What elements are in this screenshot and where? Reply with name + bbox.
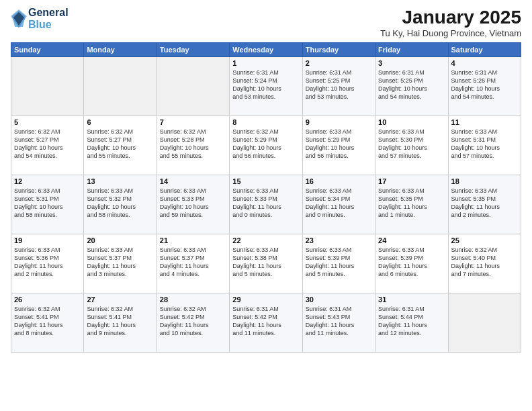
day-number: 31 xyxy=(378,295,445,304)
calendar-day-13: 13Sunrise: 6:33 AM Sunset: 5:32 PM Dayli… xyxy=(84,175,157,234)
calendar-day-7: 7Sunrise: 6:32 AM Sunset: 5:28 PM Daylig… xyxy=(157,116,229,175)
day-info: Sunrise: 6:32 AM Sunset: 5:27 PM Dayligh… xyxy=(14,128,81,161)
calendar-day-20: 20Sunrise: 6:33 AM Sunset: 5:37 PM Dayli… xyxy=(84,234,157,293)
day-info: Sunrise: 6:31 AM Sunset: 5:42 PM Dayligh… xyxy=(232,305,299,338)
day-info: Sunrise: 6:31 AM Sunset: 5:44 PM Dayligh… xyxy=(378,305,445,338)
column-header-sunday: Sunday xyxy=(11,43,84,57)
calendar-day-26: 26Sunrise: 6:32 AM Sunset: 5:41 PM Dayli… xyxy=(11,293,84,353)
day-number: 17 xyxy=(378,177,445,185)
calendar-day-8: 8Sunrise: 6:32 AM Sunset: 5:29 PM Daylig… xyxy=(230,116,302,175)
month-title: January 2025 xyxy=(380,7,521,28)
calendar-day-30: 30Sunrise: 6:31 AM Sunset: 5:43 PM Dayli… xyxy=(302,293,375,353)
calendar-day-4: 4Sunrise: 6:31 AM Sunset: 5:26 PM Daylig… xyxy=(448,57,521,116)
day-number: 3 xyxy=(378,59,445,67)
day-number: 29 xyxy=(232,295,299,304)
column-header-wednesday: Wednesday xyxy=(230,43,302,57)
day-number: 14 xyxy=(160,177,226,185)
calendar-header-row: SundayMondayTuesdayWednesdayThursdayFrid… xyxy=(11,43,521,57)
calendar-day-21: 21Sunrise: 6:33 AM Sunset: 5:37 PM Dayli… xyxy=(157,234,229,293)
day-info: Sunrise: 6:33 AM Sunset: 5:36 PM Dayligh… xyxy=(14,246,81,279)
calendar-day-23: 23Sunrise: 6:33 AM Sunset: 5:39 PM Dayli… xyxy=(302,234,375,293)
day-number: 12 xyxy=(14,177,81,185)
page: General Blue January 2025 Tu Ky, Hai Duo… xyxy=(0,0,532,411)
day-info: Sunrise: 6:32 AM Sunset: 5:42 PM Dayligh… xyxy=(160,305,226,338)
logo-icon xyxy=(11,9,27,28)
title-block: January 2025 Tu Ky, Hai Duong Province, … xyxy=(380,7,521,38)
day-number: 18 xyxy=(451,177,518,185)
day-info: Sunrise: 6:33 AM Sunset: 5:31 PM Dayligh… xyxy=(14,187,81,220)
day-info: Sunrise: 6:32 AM Sunset: 5:28 PM Dayligh… xyxy=(160,128,226,161)
empty-cell xyxy=(84,57,157,116)
calendar-week-3: 12Sunrise: 6:33 AM Sunset: 5:31 PM Dayli… xyxy=(11,175,521,234)
day-info: Sunrise: 6:33 AM Sunset: 5:39 PM Dayligh… xyxy=(378,246,445,279)
empty-cell xyxy=(157,57,229,116)
calendar-day-19: 19Sunrise: 6:33 AM Sunset: 5:36 PM Dayli… xyxy=(11,234,84,293)
logo: General Blue xyxy=(11,7,69,30)
column-header-saturday: Saturday xyxy=(448,43,521,57)
calendar-day-22: 22Sunrise: 6:33 AM Sunset: 5:38 PM Dayli… xyxy=(230,234,302,293)
calendar-day-25: 25Sunrise: 6:32 AM Sunset: 5:40 PM Dayli… xyxy=(448,234,521,293)
day-number: 19 xyxy=(14,236,81,244)
day-number: 28 xyxy=(160,295,226,304)
day-number: 21 xyxy=(160,236,226,244)
calendar-day-18: 18Sunrise: 6:33 AM Sunset: 5:35 PM Dayli… xyxy=(448,175,521,234)
calendar-week-2: 5Sunrise: 6:32 AM Sunset: 5:27 PM Daylig… xyxy=(11,116,521,175)
day-number: 23 xyxy=(306,236,372,244)
day-number: 24 xyxy=(378,236,445,244)
calendar-day-27: 27Sunrise: 6:32 AM Sunset: 5:41 PM Dayli… xyxy=(84,293,157,353)
day-info: Sunrise: 6:33 AM Sunset: 5:37 PM Dayligh… xyxy=(87,246,153,279)
day-info: Sunrise: 6:32 AM Sunset: 5:41 PM Dayligh… xyxy=(14,305,81,338)
calendar-day-2: 2Sunrise: 6:31 AM Sunset: 5:25 PM Daylig… xyxy=(302,57,375,116)
day-info: Sunrise: 6:32 AM Sunset: 5:27 PM Dayligh… xyxy=(87,128,153,161)
day-info: Sunrise: 6:33 AM Sunset: 5:33 PM Dayligh… xyxy=(160,187,226,220)
day-number: 11 xyxy=(451,118,518,126)
day-number: 5 xyxy=(14,118,81,126)
calendar-day-29: 29Sunrise: 6:31 AM Sunset: 5:42 PM Dayli… xyxy=(230,293,302,353)
calendar-day-1: 1Sunrise: 6:31 AM Sunset: 5:24 PM Daylig… xyxy=(230,57,302,116)
column-header-tuesday: Tuesday xyxy=(157,43,229,57)
day-info: Sunrise: 6:33 AM Sunset: 5:33 PM Dayligh… xyxy=(232,187,299,220)
day-info: Sunrise: 6:33 AM Sunset: 5:35 PM Dayligh… xyxy=(378,187,445,220)
day-info: Sunrise: 6:31 AM Sunset: 5:25 PM Dayligh… xyxy=(306,68,372,101)
calendar-day-6: 6Sunrise: 6:32 AM Sunset: 5:27 PM Daylig… xyxy=(84,116,157,175)
day-number: 15 xyxy=(232,177,299,185)
calendar-day-9: 9Sunrise: 6:33 AM Sunset: 5:29 PM Daylig… xyxy=(302,116,375,175)
day-info: Sunrise: 6:32 AM Sunset: 5:40 PM Dayligh… xyxy=(451,246,518,279)
calendar-day-16: 16Sunrise: 6:33 AM Sunset: 5:34 PM Dayli… xyxy=(302,175,375,234)
calendar-day-17: 17Sunrise: 6:33 AM Sunset: 5:35 PM Dayli… xyxy=(375,175,448,234)
calendar-day-15: 15Sunrise: 6:33 AM Sunset: 5:33 PM Dayli… xyxy=(230,175,302,234)
calendar-day-14: 14Sunrise: 6:33 AM Sunset: 5:33 PM Dayli… xyxy=(157,175,229,234)
calendar-table: SundayMondayTuesdayWednesdayThursdayFrid… xyxy=(11,42,521,353)
day-number: 1 xyxy=(232,59,299,67)
calendar-day-28: 28Sunrise: 6:32 AM Sunset: 5:42 PM Dayli… xyxy=(157,293,229,353)
day-info: Sunrise: 6:33 AM Sunset: 5:30 PM Dayligh… xyxy=(378,128,445,161)
calendar-day-10: 10Sunrise: 6:33 AM Sunset: 5:30 PM Dayli… xyxy=(375,116,448,175)
day-info: Sunrise: 6:33 AM Sunset: 5:32 PM Dayligh… xyxy=(87,187,153,220)
empty-cell xyxy=(448,293,521,353)
column-header-monday: Monday xyxy=(84,43,157,57)
logo-text: General Blue xyxy=(28,7,69,30)
day-info: Sunrise: 6:33 AM Sunset: 5:39 PM Dayligh… xyxy=(306,246,372,279)
day-info: Sunrise: 6:31 AM Sunset: 5:26 PM Dayligh… xyxy=(451,68,518,101)
calendar-week-4: 19Sunrise: 6:33 AM Sunset: 5:36 PM Dayli… xyxy=(11,234,521,293)
calendar-week-1: 1Sunrise: 6:31 AM Sunset: 5:24 PM Daylig… xyxy=(11,57,521,116)
empty-cell xyxy=(11,57,84,116)
calendar-day-3: 3Sunrise: 6:31 AM Sunset: 5:25 PM Daylig… xyxy=(375,57,448,116)
day-number: 6 xyxy=(87,118,153,126)
calendar-day-5: 5Sunrise: 6:32 AM Sunset: 5:27 PM Daylig… xyxy=(11,116,84,175)
day-number: 7 xyxy=(160,118,226,126)
column-header-friday: Friday xyxy=(375,43,448,57)
calendar-week-5: 26Sunrise: 6:32 AM Sunset: 5:41 PM Dayli… xyxy=(11,293,521,353)
day-info: Sunrise: 6:33 AM Sunset: 5:29 PM Dayligh… xyxy=(306,128,372,161)
day-info: Sunrise: 6:31 AM Sunset: 5:24 PM Dayligh… xyxy=(232,68,299,101)
day-number: 16 xyxy=(306,177,372,185)
day-number: 2 xyxy=(306,59,372,67)
header: General Blue January 2025 Tu Ky, Hai Duo… xyxy=(11,7,521,38)
calendar-day-11: 11Sunrise: 6:33 AM Sunset: 5:31 PM Dayli… xyxy=(448,116,521,175)
day-info: Sunrise: 6:33 AM Sunset: 5:34 PM Dayligh… xyxy=(306,187,372,220)
column-header-thursday: Thursday xyxy=(302,43,375,57)
day-info: Sunrise: 6:33 AM Sunset: 5:35 PM Dayligh… xyxy=(451,187,518,220)
day-info: Sunrise: 6:33 AM Sunset: 5:31 PM Dayligh… xyxy=(451,128,518,161)
calendar-day-24: 24Sunrise: 6:33 AM Sunset: 5:39 PM Dayli… xyxy=(375,234,448,293)
day-number: 22 xyxy=(232,236,299,244)
